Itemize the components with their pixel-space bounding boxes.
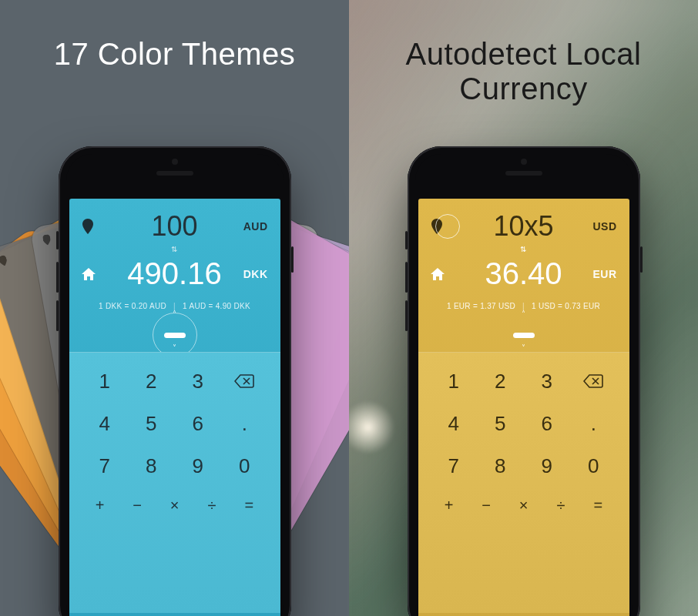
key-times[interactable]: × <box>505 487 542 524</box>
output-currency[interactable]: DKK <box>234 268 268 280</box>
display-area: 10x5 USD ⇅ 36.40 EUR 1 EUR = 1.37 USD | <box>418 199 629 318</box>
key-2[interactable]: 2 <box>128 360 175 403</box>
promo-panel-autodetect: Autodetect Local Currency 10x5 USD ⇅ <box>349 0 698 616</box>
input-amount[interactable]: 10x5 <box>465 210 583 243</box>
key-7[interactable]: 7 <box>431 445 478 487</box>
input-currency[interactable]: USD <box>583 220 617 233</box>
headline-right: Autodetect Local Currency <box>349 37 698 106</box>
swap-indicator[interactable]: ⇅ <box>82 245 268 253</box>
home-icon[interactable] <box>82 268 116 280</box>
output-amount: 490.16 <box>116 256 234 291</box>
swap-indicator[interactable]: ⇅ <box>431 245 617 253</box>
key-3[interactable]: 3 <box>524 360 571 403</box>
key-equals[interactable]: = <box>579 487 616 524</box>
rate-a: 1 EUR = 1.37 USD <box>447 302 515 310</box>
key-1[interactable]: 1 <box>82 360 129 403</box>
key-dot[interactable]: . <box>221 403 268 445</box>
drag-handle[interactable]: ˄˅ <box>69 318 280 352</box>
key-8[interactable]: 8 <box>128 445 175 487</box>
key-0[interactable]: 0 <box>570 445 617 487</box>
key-1[interactable]: 1 <box>431 360 478 403</box>
backspace-icon[interactable] <box>570 360 617 403</box>
drag-handle[interactable]: ˄˅ <box>418 318 629 352</box>
key-6[interactable]: 6 <box>524 403 571 445</box>
key-plus[interactable]: + <box>82 487 119 524</box>
rate-b: 1 AUD = 4.90 DKK <box>183 302 250 310</box>
key-6[interactable]: 6 <box>175 403 222 445</box>
pin-icon[interactable] <box>82 219 116 234</box>
output-amount: 36.40 <box>465 256 583 291</box>
key-times[interactable]: × <box>156 487 193 524</box>
rate-a: 1 DKK = 0.20 AUD <box>99 302 166 310</box>
input-currency[interactable]: AUD <box>234 220 268 233</box>
app-screen-left: 100 AUD ⇅ 490.16 DKK 1 DKK = 0.20 AUD | <box>69 199 280 616</box>
key-dot[interactable]: . <box>570 403 617 445</box>
headline-left: 17 Color Themes <box>0 37 349 72</box>
display-area: 100 AUD ⇅ 490.16 DKK 1 DKK = 0.20 AUD | <box>69 199 280 318</box>
app-screen-right: 10x5 USD ⇅ 36.40 EUR 1 EUR = 1.37 USD | <box>418 199 629 616</box>
keypad: 1 2 3 4 5 6 . 7 8 <box>418 352 629 613</box>
key-2[interactable]: 2 <box>477 360 524 403</box>
pin-icon[interactable] <box>431 219 465 234</box>
key-8[interactable]: 8 <box>477 445 524 487</box>
key-5[interactable]: 5 <box>128 403 175 445</box>
key-0[interactable]: 0 <box>221 445 268 487</box>
output-currency[interactable]: EUR <box>583 268 617 280</box>
key-equals[interactable]: = <box>230 487 267 524</box>
key-9[interactable]: 9 <box>524 445 571 487</box>
phone-mockup-left: 100 AUD ⇅ 490.16 DKK 1 DKK = 0.20 AUD | <box>59 146 291 616</box>
backspace-icon[interactable] <box>221 360 268 403</box>
key-minus[interactable]: − <box>119 487 156 524</box>
key-4[interactable]: 4 <box>82 403 129 445</box>
footer-bar: Share Settings <box>69 613 280 616</box>
key-7[interactable]: 7 <box>82 445 129 487</box>
key-9[interactable]: 9 <box>175 445 222 487</box>
key-divide[interactable]: ÷ <box>542 487 579 524</box>
key-divide[interactable]: ÷ <box>193 487 230 524</box>
home-icon[interactable] <box>431 268 465 280</box>
key-plus[interactable]: + <box>431 487 468 524</box>
key-5[interactable]: 5 <box>477 403 524 445</box>
key-3[interactable]: 3 <box>175 360 222 403</box>
bokeh-light <box>349 400 395 454</box>
keypad: 1 2 3 4 5 6 . 7 8 <box>69 352 280 613</box>
key-minus[interactable]: − <box>468 487 505 524</box>
footer-bar: Share Settings <box>418 613 629 616</box>
phone-mockup-right: 10x5 USD ⇅ 36.40 EUR 1 EUR = 1.37 USD | <box>408 146 640 616</box>
key-4[interactable]: 4 <box>431 403 478 445</box>
rate-b: 1 USD = 0.73 EUR <box>532 302 600 310</box>
input-amount[interactable]: 100 <box>116 210 234 243</box>
promo-panel-themes: 17 Color Themes 100 AUD ⇅ <box>0 0 349 616</box>
